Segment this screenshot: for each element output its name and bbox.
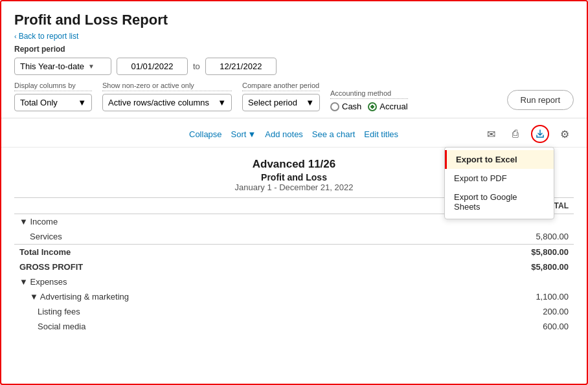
listing-fees-label: Listing fees: [14, 304, 414, 319]
income-arrow-icon: ▼: [19, 217, 30, 226]
show-non-zero-select[interactable]: Active rows/active columns ▼: [102, 94, 232, 111]
show-non-zero-group: Show non-zero or active only Active rows…: [102, 82, 232, 111]
report-period-label: Report period: [14, 45, 574, 54]
income-section-label[interactable]: ▼ Income: [14, 214, 414, 230]
accounting-label: Accounting method: [330, 89, 408, 99]
collapse-link[interactable]: Collapse: [189, 129, 222, 139]
adv-marketing-label[interactable]: ▼ Advertising & marketing: [14, 289, 414, 304]
toolbar-icons: ✉ ⎙ ⚙ Export to Excel Export to PDF Expo…: [482, 125, 574, 143]
table-row: GROSS PROFIT $5,800.00: [14, 259, 574, 274]
date-from-input[interactable]: [117, 58, 188, 75]
edit-titles-link[interactable]: Edit titles: [364, 129, 398, 139]
sort-arrow-icon: ▼: [247, 129, 256, 139]
period-dropdown-arrow: ▼: [88, 63, 95, 70]
export-icon-button[interactable]: [531, 125, 549, 143]
radio-cash-circle: [330, 102, 339, 111]
period-select[interactable]: This Year-to-date ▼: [14, 58, 111, 75]
display-columns-select[interactable]: Total Only ▼: [14, 94, 92, 111]
export-excel-item[interactable]: Export to Excel: [445, 150, 554, 169]
settings-icon-button[interactable]: ⚙: [556, 125, 574, 143]
gross-profit-value: $5,800.00: [414, 259, 574, 274]
sort-link[interactable]: Sort ▼: [231, 129, 256, 139]
compare-period-group: Compare another period Select period ▼: [242, 82, 320, 111]
print-icon-button[interactable]: ⎙: [506, 125, 525, 143]
date-to-input[interactable]: [205, 58, 277, 75]
compare-period-select[interactable]: Select period ▼: [242, 94, 320, 111]
compare-period-label: Compare another period: [242, 82, 320, 91]
table-row: Services 5,800.00: [14, 229, 574, 245]
radio-accrual[interactable]: Accrual: [368, 102, 407, 111]
adv-arrow-icon: ▼: [30, 292, 40, 302]
back-link[interactable]: ‹ Back to report list: [14, 32, 78, 41]
table-row: ▼ Advertising & marketing 1,100.00: [14, 289, 574, 304]
expenses-section-label[interactable]: ▼ Expenses: [14, 274, 414, 289]
page-title: Profit and Loss Report: [14, 12, 574, 28]
total-income-label: Total Income: [14, 245, 414, 260]
email-icon-button[interactable]: ✉: [482, 125, 500, 143]
export-dropdown: Export to Excel Export to PDF Export to …: [444, 147, 554, 219]
table-row: ▼ Expenses: [14, 274, 574, 289]
adv-marketing-value: 1,100.00: [414, 289, 574, 304]
app-window: Profit and Loss Report ‹ Back to report …: [0, 0, 588, 385]
social-media-label: Social media: [14, 319, 414, 334]
display-columns-label: Display columns by: [14, 82, 92, 91]
total-income-value: $5,800.00: [414, 245, 574, 260]
radio-accrual-circle: [368, 102, 377, 111]
options-row: Display columns by Total Only ▼ Show non…: [14, 82, 574, 111]
accounting-radio-row: Cash Accrual: [330, 102, 408, 111]
listing-fees-value: 200.00: [414, 304, 574, 319]
radio-cash[interactable]: Cash: [330, 102, 361, 111]
show-non-zero-label: Show non-zero or active only: [102, 82, 232, 91]
col-header-label: [14, 198, 414, 214]
chevron-left-icon: ‹: [14, 32, 17, 40]
export-google-item[interactable]: Export to Google Sheets: [445, 188, 554, 216]
services-value: 5,800.00: [414, 229, 574, 245]
show-non-zero-arrow: ▼: [218, 98, 226, 107]
services-label: Services: [14, 229, 414, 245]
to-label: to: [193, 61, 200, 71]
header-area: Profit and Loss Report ‹ Back to report …: [1, 1, 587, 118]
accounting-group: Accounting method Cash Accrual: [330, 89, 408, 111]
display-columns-arrow: ▼: [78, 98, 86, 107]
gross-profit-label: GROSS PROFIT: [14, 259, 414, 274]
display-columns-group: Display columns by Total Only ▼: [14, 82, 92, 111]
period-row: This Year-to-date ▼ to: [14, 58, 574, 75]
table-row: Total Income $5,800.00: [14, 245, 574, 260]
add-notes-link[interactable]: Add notes: [265, 129, 303, 139]
table-row: Social media 600.00: [14, 319, 574, 334]
social-media-value: 600.00: [414, 319, 574, 334]
export-pdf-item[interactable]: Export to PDF: [445, 169, 554, 188]
run-report-button[interactable]: Run report: [507, 90, 574, 110]
table-row: Listing fees 200.00: [14, 304, 574, 319]
expenses-arrow-icon: ▼: [19, 277, 30, 287]
compare-period-arrow: ▼: [306, 98, 314, 107]
expenses-section-value: [414, 274, 574, 289]
see-chart-link[interactable]: See a chart: [312, 129, 356, 139]
toolbar-row: Collapse Sort ▼ Add notes See a chart Ed…: [1, 118, 587, 148]
